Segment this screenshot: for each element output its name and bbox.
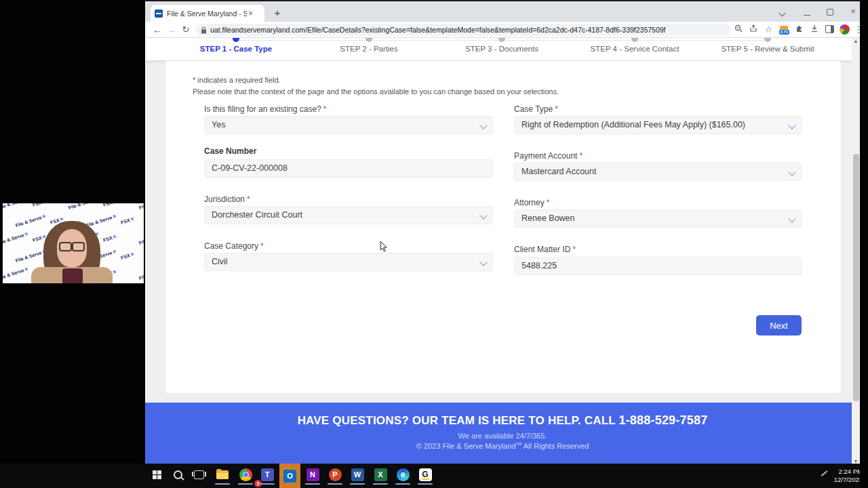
scrollbar-thumb[interactable] — [853, 154, 859, 401]
tray-time: 2:24 PM — [834, 468, 863, 476]
browser-tab[interactable]: File & Serve Maryland - Submit × — [151, 5, 264, 22]
windows-logo-icon — [153, 470, 161, 479]
step-3-dot — [498, 38, 505, 42]
share-icon[interactable] — [747, 24, 760, 36]
shopping-extension-icon[interactable]: 2.71 — [777, 24, 791, 36]
back-icon[interactable]: ← — [151, 23, 164, 37]
side-panel-icon[interactable] — [823, 24, 835, 36]
case-category-label: Case Category* — [204, 241, 493, 251]
case-type-select[interactable]: Right of Redemption (Additional Fees May… — [514, 116, 802, 134]
extension-badge: 2.71 — [779, 30, 789, 35]
chevron-down-icon — [788, 121, 795, 129]
chevron-down-icon — [788, 215, 795, 222]
case-details-card: * indicates a required field. Please not… — [165, 61, 841, 393]
onenote-button[interactable]: N — [302, 464, 323, 485]
payment-account-select[interactable]: Mastercard Account — [514, 163, 802, 181]
chrome-button[interactable] — [235, 464, 256, 485]
url-text: uat.fileandservemaryland.com/Efile/CaseD… — [210, 26, 666, 34]
powerpoint-icon: P — [329, 468, 342, 481]
client-matter-id-input[interactable]: 5488.225 — [514, 257, 802, 275]
tray-clock[interactable]: 2:24 PM 12/7/2023 — [834, 468, 863, 484]
bookmark-star-icon[interactable]: ☆ — [762, 24, 774, 36]
search-icon — [174, 470, 182, 479]
client-matter-id-label: Client Matter ID* — [514, 245, 802, 254]
edge-button[interactable]: e — [393, 464, 413, 485]
footer-help-line: HAVE QUESTIONS? OUR TEAM IS HERE TO HELP… — [145, 413, 860, 428]
tray-date: 12/7/2023 — [834, 476, 863, 484]
case-category-select[interactable]: Civil — [204, 253, 493, 271]
file-explorer-button[interactable] — [212, 464, 233, 485]
windows-taskbar: T 5 O N P W X e G 2:24 PM 12/7/2023 — [0, 464, 868, 488]
help-footer: HAVE QUESTIONS? OUR TEAM IS HERE TO HELP… — [145, 403, 860, 465]
presenter-glasses — [59, 242, 85, 250]
forward-icon[interactable]: → — [165, 23, 178, 37]
outlook-button-active[interactable]: O — [279, 464, 300, 488]
scrollbar-up-arrow-icon[interactable]: ▲ — [852, 38, 860, 45]
webcam-presenter — [3, 203, 144, 283]
jurisdiction-label: Jurisdiction* — [204, 195, 493, 204]
start-button[interactable] — [146, 464, 167, 485]
goto-app-button[interactable]: G — [415, 464, 435, 485]
profile-avatar[interactable] — [838, 24, 850, 36]
lock-icon — [201, 26, 207, 34]
browser-toolbar: ← → ↻ uat.fileandservemaryland.com/Efile… — [145, 22, 860, 38]
webcam-overlay: File & ServeFSXFile & ServeFSXFile & Ser… — [3, 203, 144, 283]
footer-copyright: © 2023 File & Serve MarylandTM All Right… — [145, 442, 860, 450]
word-icon: W — [351, 468, 364, 481]
teams-button[interactable]: T 5 — [257, 464, 277, 485]
chevron-down-icon — [788, 168, 795, 176]
chrome-icon — [239, 468, 252, 481]
word-button[interactable]: W — [347, 464, 368, 485]
excel-icon: X — [374, 468, 387, 481]
existing-case-select[interactable]: Yes — [204, 116, 493, 134]
task-view-icon — [194, 470, 204, 479]
step-navigation: STEP 1 - Case Type STEP 2 - Parties STEP… — [145, 38, 860, 60]
edge-icon: e — [397, 468, 410, 481]
case-type-label: Case Type* — [514, 104, 802, 114]
case-number-label: Case Number — [204, 146, 493, 156]
tab-search-chevron-icon[interactable] — [772, 6, 791, 17]
required-field-note: * indicates a required field. — [193, 76, 281, 84]
attorney-select[interactable]: Renee Bowen — [514, 209, 802, 228]
outlook-icon: O — [283, 470, 296, 483]
window-minimize-button[interactable] — [797, 6, 816, 17]
step-4-dot — [631, 38, 638, 42]
new-tab-button[interactable]: + — [271, 7, 283, 19]
payment-account-label: Payment Account* — [514, 151, 802, 161]
zoom-icon[interactable] — [732, 24, 745, 36]
context-note: Please note that the context of the page… — [193, 87, 559, 96]
next-button[interactable]: Next — [756, 315, 802, 336]
address-bar[interactable]: uat.fileandservemaryland.com/Efile/CaseD… — [195, 24, 731, 36]
window-maximize-button[interactable] — [821, 6, 840, 17]
mouse-cursor — [380, 241, 388, 253]
presenter-shirt — [62, 268, 83, 283]
chevron-down-icon — [479, 211, 487, 219]
download-icon[interactable] — [808, 24, 821, 36]
pen-icon — [821, 471, 827, 476]
left-black-strip: File & ServeFSXFile & ServeFSXFile & Ser… — [0, 0, 145, 488]
powerpoint-button[interactable]: P — [325, 464, 345, 485]
case-number-input[interactable]: C-09-CV-22-000008 — [204, 159, 493, 178]
folder-icon — [216, 470, 229, 479]
page-viewport: STEP 1 - Case Type STEP 2 - Parties STEP… — [145, 38, 860, 465]
excel-button[interactable]: X — [370, 464, 391, 485]
onenote-icon: N — [307, 468, 319, 481]
task-view-button[interactable] — [189, 464, 209, 485]
jurisdiction-select[interactable]: Dorchester Circuit Court — [204, 206, 493, 224]
taskbar-search-button[interactable] — [167, 464, 188, 485]
right-black-strip — [860, 0, 868, 488]
goto-app-icon: G — [419, 468, 432, 481]
attorney-label: Attorney* — [514, 198, 802, 207]
footer-availability: We are available 24/7/365. — [145, 432, 860, 440]
existing-case-label: Is this filing for an existing case?* — [204, 104, 493, 114]
reload-icon[interactable]: ↻ — [179, 23, 193, 37]
page-scrollbar[interactable]: ▲ ▼ — [852, 38, 860, 465]
tab-title: File & Serve Maryland - Submit — [167, 9, 247, 18]
tab-close-icon[interactable]: × — [248, 9, 253, 18]
tab-strip: File & Serve Maryland - Submit × + × — [145, 1, 860, 22]
screen: File & ServeFSXFile & ServeFSXFile & Ser… — [0, 0, 868, 488]
extensions-puzzle-icon[interactable] — [793, 24, 806, 36]
step-2-dot — [366, 38, 372, 42]
teams-icon: T — [261, 468, 274, 481]
step-1-dot — [233, 38, 239, 42]
